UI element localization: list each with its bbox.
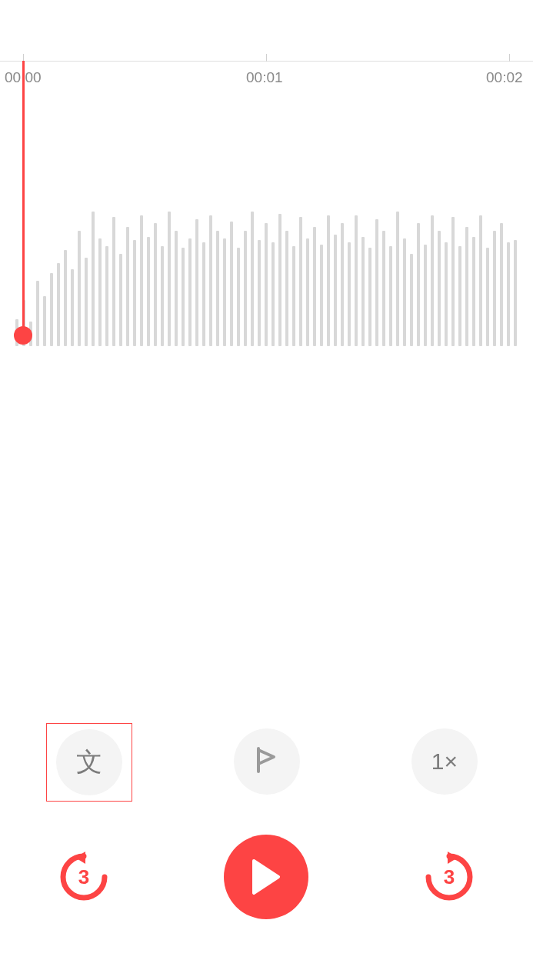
- waveform-bar: [431, 215, 434, 346]
- waveform-bar: [175, 231, 178, 346]
- waveform-bar: [244, 231, 247, 346]
- waveform-bar: [285, 231, 288, 346]
- waveform-bar: [292, 246, 295, 346]
- waveform-bar: [278, 214, 281, 346]
- waveform-bar: [237, 248, 240, 346]
- timeline-ruler[interactable]: 00:00 00:01 00:02: [0, 61, 533, 92]
- waveform-bar: [140, 215, 143, 346]
- waveform[interactable]: [15, 115, 523, 346]
- playhead-line[interactable]: [22, 61, 25, 335]
- waveform-bar: [327, 215, 330, 346]
- speed-label: 1×: [431, 748, 458, 775]
- waveform-bar: [375, 219, 378, 346]
- waveform-bar: [396, 212, 399, 346]
- waveform-bar: [493, 231, 496, 346]
- waveform-bar: [209, 215, 212, 346]
- waveform-bar: [514, 240, 517, 346]
- waveform-bar: [389, 246, 392, 346]
- waveform-bar: [216, 231, 219, 346]
- svg-text:3: 3: [444, 865, 455, 888]
- waveform-bar: [417, 223, 420, 346]
- waveform-bar: [507, 242, 510, 346]
- waveform-bar: [64, 250, 67, 346]
- ruler-tick: [266, 54, 267, 62]
- waveform-bar: [334, 235, 337, 346]
- waveform-bar: [43, 296, 46, 346]
- flag-icon: [254, 745, 280, 778]
- options-row: 文 1×: [0, 723, 533, 802]
- play-button[interactable]: [224, 835, 308, 919]
- waveform-bar: [472, 237, 475, 346]
- waveform-bar: [119, 254, 122, 346]
- waveform-bar: [98, 238, 102, 346]
- waveform-bar: [265, 223, 268, 346]
- waveform-bar: [451, 217, 455, 346]
- waveform-bar: [403, 238, 406, 346]
- waveform-bar: [458, 246, 461, 346]
- waveform-bar: [479, 215, 482, 346]
- waveform-bar: [368, 248, 371, 346]
- waveform-bar: [306, 238, 309, 346]
- forward-button[interactable]: 3: [422, 850, 476, 904]
- flag-button[interactable]: [225, 723, 309, 800]
- waveform-bar: [348, 242, 351, 346]
- waveform-bar: [271, 242, 275, 346]
- waveform-bar: [188, 238, 192, 346]
- ruler-tick: [509, 54, 510, 62]
- waveform-bar: [202, 242, 205, 346]
- ruler-label-2: 00:02: [486, 69, 523, 86]
- waveform-bar: [105, 246, 108, 346]
- waveform-bar: [71, 269, 74, 346]
- waveform-bar: [36, 281, 39, 346]
- rewind-icon: 3: [57, 850, 111, 904]
- waveform-bar: [424, 245, 427, 346]
- waveform-bar: [500, 223, 503, 346]
- waveform-bar: [78, 231, 81, 346]
- rewind-button[interactable]: 3: [57, 850, 111, 904]
- waveform-bar: [465, 227, 468, 346]
- waveform-bar: [133, 240, 136, 346]
- waveform-bar: [438, 231, 441, 346]
- waveform-bar: [126, 227, 129, 346]
- svg-text:3: 3: [78, 865, 89, 888]
- waveform-bar: [299, 217, 302, 346]
- waveform-bar: [320, 245, 323, 346]
- waveform-bar: [251, 212, 254, 346]
- waveform-bar: [168, 212, 171, 346]
- forward-icon: 3: [422, 850, 476, 904]
- waveform-bar: [410, 254, 413, 346]
- waveform-bar: [112, 217, 115, 346]
- waveform-bar: [258, 240, 261, 346]
- waveform-bar: [223, 238, 226, 346]
- waveform-bar: [313, 227, 316, 346]
- ruler-label-1: 00:01: [246, 69, 283, 86]
- transcribe-icon: 文: [76, 745, 102, 780]
- waveform-bar: [195, 219, 198, 346]
- playback-controls: 3 3: [0, 835, 533, 919]
- waveform-bar: [50, 273, 53, 346]
- waveform-bar: [382, 231, 385, 346]
- waveform-bar: [361, 237, 365, 346]
- waveform-bar: [486, 248, 489, 346]
- waveform-bar: [85, 258, 88, 346]
- waveform-bar: [147, 237, 150, 346]
- transcribe-button[interactable]: 文: [46, 723, 132, 802]
- waveform-bar: [445, 242, 448, 346]
- waveform-bar: [355, 215, 358, 346]
- waveform-bar: [230, 222, 233, 346]
- waveform-bar: [341, 223, 344, 346]
- waveform-bar: [182, 248, 185, 346]
- speed-button[interactable]: 1×: [402, 723, 487, 800]
- waveform-bar: [161, 246, 164, 346]
- waveform-bar: [92, 212, 95, 346]
- play-icon: [251, 859, 281, 895]
- waveform-bar: [57, 263, 60, 346]
- playhead-knob[interactable]: [14, 326, 32, 345]
- waveform-bar: [154, 223, 157, 346]
